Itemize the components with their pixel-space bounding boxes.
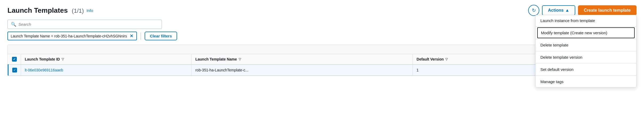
page-title: Launch Templates (1/1): [7, 6, 84, 15]
info-link[interactable]: Info: [87, 8, 93, 13]
col-header-name: Launch Template Name ▽: [191, 54, 413, 65]
col-default-version-sort-icon[interactable]: ▽: [445, 57, 448, 61]
search-icon: 🔍: [11, 22, 16, 27]
dropdown-divider-5: [536, 75, 636, 76]
page-container: Launch Templates (1/1) Info ↻ Actions ▲ …: [0, 0, 644, 137]
search-box: 🔍: [7, 20, 162, 29]
dropdown-divider-1: [536, 27, 636, 27]
row-checkbox[interactable]: ✓: [12, 68, 17, 72]
dropdown-item-launch-instance[interactable]: Launch instance from template: [536, 15, 636, 26]
actions-button[interactable]: Actions ▲: [542, 5, 575, 15]
col-header-default-version: Default Version ▽: [413, 54, 554, 65]
actions-dropdown-menu: Launch instance from template Modify tem…: [535, 15, 637, 87]
row-name-text: rob-351-ha-LaunchTemplate-c...: [195, 68, 248, 72]
dropdown-item-delete-template[interactable]: Delete template: [536, 40, 636, 50]
dropdown-item-delete-template-version[interactable]: Delete template version: [536, 52, 636, 63]
col-name-label: Launch Template Name: [195, 57, 237, 61]
col-default-version-label: Default Version: [417, 57, 444, 61]
row-id-cell: lt-06e030e969116aaeb: [21, 65, 191, 76]
col-header-checkbox: ✓: [8, 54, 21, 65]
col-header-id: Launch Template ID ▽: [21, 54, 191, 65]
col-name-sort-icon[interactable]: ▽: [239, 57, 241, 61]
search-input[interactable]: [18, 22, 158, 27]
filter-divider: [141, 32, 141, 40]
refresh-icon: ↻: [532, 7, 536, 13]
row-id-link[interactable]: lt-06e030e969116aaeb: [25, 68, 63, 72]
filter-tag-text: Launch Template Name = rob-351-ha-Launch…: [11, 34, 127, 38]
col-id-label: Launch Template ID: [25, 57, 60, 61]
dropdown-item-manage-tags[interactable]: Manage tags: [536, 76, 636, 87]
count-badge: (1/1): [72, 7, 84, 14]
dropdown-divider-3: [536, 51, 636, 51]
dropdown-item-set-default-version[interactable]: Set default version: [536, 64, 636, 75]
filter-close-button[interactable]: ✕: [129, 33, 134, 38]
create-launch-template-button[interactable]: Create launch template: [578, 5, 637, 15]
row-default-version-cell: 1: [413, 65, 554, 76]
header-left: Launch Templates (1/1) Info: [7, 6, 93, 15]
clear-filters-button[interactable]: Clear filters: [145, 32, 177, 40]
col-id-sort-icon[interactable]: ▽: [62, 57, 64, 61]
row-name-cell: rob-351-ha-LaunchTemplate-c...: [191, 65, 413, 76]
header-row: Launch Templates (1/1) Info ↻ Actions ▲ …: [7, 5, 637, 16]
select-all-checkbox[interactable]: ✓: [12, 57, 17, 62]
dropdown-item-modify-template[interactable]: Modify template (Create new version): [537, 27, 635, 38]
header-actions: ↻ Actions ▲ Create launch template: [528, 5, 637, 16]
refresh-button[interactable]: ↻: [528, 5, 539, 16]
row-checkbox-cell: ✓: [8, 65, 21, 76]
row-default-version-text: 1: [417, 68, 419, 72]
actions-chevron-icon: ▲: [565, 8, 569, 13]
dropdown-divider-2: [536, 39, 636, 39]
title-text: Launch Templates: [7, 6, 68, 14]
actions-label: Actions: [548, 8, 564, 13]
dropdown-divider-4: [536, 63, 636, 63]
filter-tag: Launch Template Name = rob-351-ha-Launch…: [7, 32, 137, 40]
